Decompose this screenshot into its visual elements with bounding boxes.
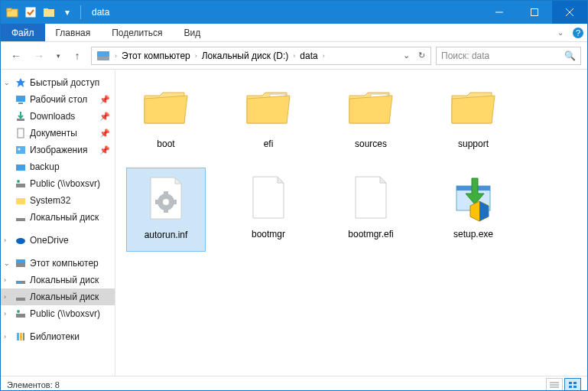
status-bar: Элементов: 8 <box>1 376 587 391</box>
folder-blue-icon <box>15 161 27 173</box>
drive-icon <box>15 291 27 303</box>
svg-rect-6 <box>531 9 538 16</box>
svg-rect-17 <box>18 129 24 138</box>
sidebar-item-documents[interactable]: Документы📌 <box>1 125 115 142</box>
tab-home[interactable]: Главная <box>45 24 102 41</box>
sidebar-drive-public[interactable]: ›Public (\\vboxsvr) <box>1 305 115 322</box>
folder-efi[interactable]: efi <box>229 77 308 161</box>
up-button[interactable]: ↑ <box>68 47 86 65</box>
svg-marker-13 <box>16 78 25 87</box>
svg-rect-52 <box>569 386 572 388</box>
maximize-button[interactable] <box>517 1 552 24</box>
installer-icon <box>446 171 501 226</box>
qat-dropdown-icon[interactable]: ▾ <box>59 4 76 21</box>
forward-button[interactable]: → <box>30 47 48 65</box>
quick-access[interactable]: ⌄ Быстрый доступ <box>1 74 115 91</box>
folder-boot[interactable]: boot <box>126 77 206 161</box>
folder-icon <box>4 4 21 21</box>
this-pc-icon <box>15 257 27 269</box>
download-icon <box>15 110 27 122</box>
document-icon <box>15 127 27 139</box>
titlebar: ▾ data <box>1 1 587 24</box>
search-placeholder: Поиск: data <box>441 51 489 61</box>
sidebar-drive-c[interactable]: ›Локальный диск <box>1 272 115 288</box>
pin-icon: 📌 <box>99 95 115 105</box>
sidebar-item-system32[interactable]: System32 <box>1 192 115 209</box>
svg-point-19 <box>18 148 21 151</box>
sidebar-item-local-disk[interactable]: Локальный диск <box>1 209 115 226</box>
svg-rect-35 <box>23 333 24 340</box>
svg-rect-34 <box>20 333 22 340</box>
breadcrumb-this-pc[interactable]: Этот компьютер <box>119 51 193 61</box>
file-bootmgr[interactable]: bootmgr <box>229 168 308 252</box>
file-setup-exe[interactable]: setup.exe <box>434 168 513 252</box>
folder-sources[interactable]: sources <box>331 77 411 161</box>
address-dropdown[interactable]: ⌄ <box>398 47 414 64</box>
inf-file-icon <box>138 171 193 226</box>
sidebar-item-downloads[interactable]: Downloads📌 <box>1 108 115 125</box>
svg-rect-21 <box>16 184 25 187</box>
svg-point-22 <box>17 180 20 183</box>
svg-rect-16 <box>17 119 24 121</box>
pictures-icon <box>15 144 27 156</box>
svg-rect-2 <box>26 8 35 17</box>
svg-rect-29 <box>17 282 21 283</box>
close-button[interactable] <box>552 1 587 24</box>
sidebar-item-backup[interactable]: backup <box>1 158 115 175</box>
chevron-right-icon[interactable]: › <box>291 52 297 60</box>
folder-icon <box>15 194 27 207</box>
pin-icon: 📌 <box>99 145 115 155</box>
chevron-right-icon[interactable]: › <box>321 52 326 60</box>
item-count: Элементов: 8 <box>7 380 60 389</box>
blank-file-icon <box>343 171 398 226</box>
ribbon-expand-button[interactable]: ⌄ <box>552 24 569 41</box>
pin-icon: 📌 <box>99 129 115 138</box>
tab-view[interactable]: Вид <box>173 24 211 41</box>
ribbon-tabs: Файл Главная Поделиться Вид ⌄ ? <box>1 24 587 42</box>
folder-icon <box>241 80 296 135</box>
properties-icon[interactable] <box>22 4 39 21</box>
svg-rect-20 <box>16 165 25 171</box>
chevron-right-icon[interactable]: › <box>193 52 199 60</box>
search-input[interactable]: Поиск: data 🔍 <box>436 47 581 65</box>
sidebar-item-desktop[interactable]: Рабочий стол📌 <box>1 91 115 108</box>
file-autorun-inf[interactable]: autorun.inf <box>126 168 206 252</box>
sidebar-this-pc[interactable]: ⌄Этот компьютер <box>1 255 115 272</box>
tab-share[interactable]: Поделиться <box>101 24 173 41</box>
folder-icon <box>343 80 398 135</box>
star-icon <box>15 77 27 89</box>
network-drive-icon <box>15 308 27 320</box>
file-tab[interactable]: Файл <box>1 24 45 41</box>
svg-rect-51 <box>573 382 577 384</box>
folder-yellow-icon[interactable] <box>41 4 57 21</box>
file-bootmgr-efi[interactable]: bootmgr.efi <box>331 168 411 252</box>
chevron-right-icon[interactable]: › <box>113 52 119 60</box>
breadcrumb-data[interactable]: data <box>297 51 320 61</box>
minimize-button[interactable] <box>482 1 517 24</box>
sidebar-item-public[interactable]: Public (\\vboxsvr) <box>1 175 115 192</box>
svg-rect-24 <box>16 218 25 221</box>
address-bar[interactable]: › Этот компьютер › Локальный диск (D:) ›… <box>91 47 431 65</box>
svg-rect-41 <box>164 191 168 196</box>
svg-rect-12 <box>97 51 109 57</box>
history-dropdown[interactable]: ▾ <box>53 47 63 65</box>
libraries-icon <box>15 331 27 343</box>
folder-support[interactable]: support <box>434 77 513 161</box>
details-view-button[interactable] <box>546 378 563 392</box>
svg-rect-1 <box>7 8 11 11</box>
large-icons-view-button[interactable] <box>564 378 581 392</box>
sidebar-drive-d[interactable]: ›Локальный диск <box>1 288 115 305</box>
sidebar-item-pictures[interactable]: Изображения📌 <box>1 142 115 158</box>
svg-point-32 <box>17 310 20 313</box>
svg-rect-33 <box>17 333 19 340</box>
svg-text:?: ? <box>576 28 580 37</box>
sidebar-libraries[interactable]: ›Библиотеки <box>1 328 115 345</box>
sidebar-onedrive[interactable]: ›OneDrive <box>1 232 115 249</box>
window-title: data <box>87 7 482 18</box>
folder-icon <box>446 80 501 135</box>
breadcrumb-local-disk[interactable]: Локальный диск (D:) <box>199 51 292 61</box>
back-button[interactable]: ← <box>7 47 25 65</box>
refresh-button[interactable]: ↻ <box>414 47 429 64</box>
file-list[interactable]: boot efi sources support <box>115 70 587 376</box>
help-button[interactable]: ? <box>569 24 587 41</box>
